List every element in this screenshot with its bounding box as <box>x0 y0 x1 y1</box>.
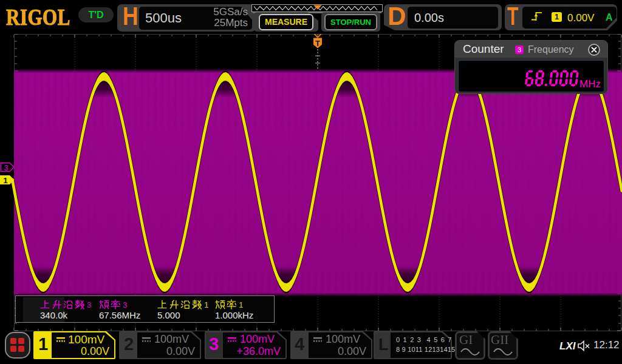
svg-text:1: 1 <box>204 300 209 309</box>
svg-text:1: 1 <box>239 300 244 309</box>
svg-text:3: 3 <box>123 300 128 309</box>
svg-text:3: 3 <box>87 300 92 309</box>
svg-text:3: 3 <box>4 163 8 172</box>
svg-text:1: 1 <box>3 176 8 185</box>
svg-text:T: T <box>315 39 320 48</box>
